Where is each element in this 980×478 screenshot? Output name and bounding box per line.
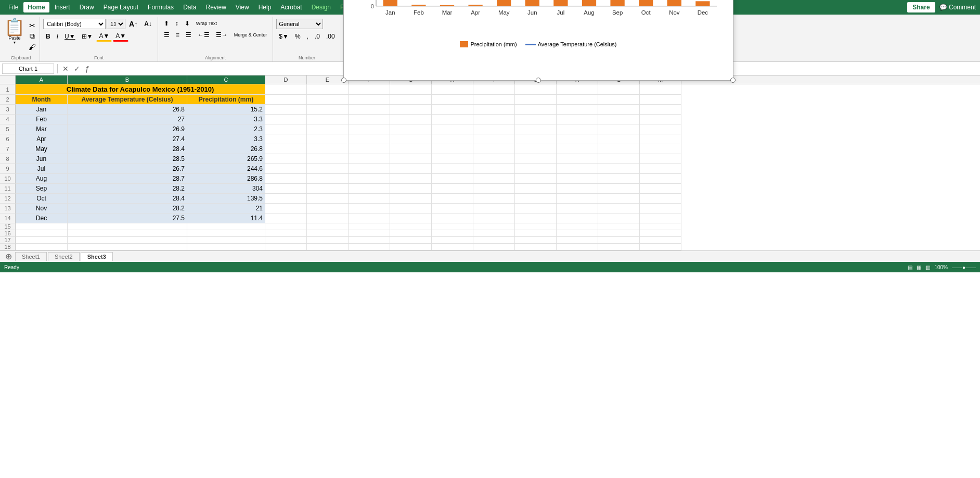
cell-G1[interactable] xyxy=(390,84,432,95)
cell-I3[interactable] xyxy=(473,105,515,115)
cell-I6[interactable] xyxy=(473,134,515,144)
decrease-decimal-button[interactable]: .0 xyxy=(312,32,323,41)
col-header-A[interactable]: A xyxy=(16,76,68,84)
view-normal[interactable]: ▤ xyxy=(908,265,912,270)
cell-B12[interactable]: 28.4 xyxy=(68,194,187,204)
cell-I5[interactable] xyxy=(473,124,515,134)
confirm-formula-icon[interactable]: ✓ xyxy=(72,64,82,73)
cell-B5[interactable]: 26.9 xyxy=(68,124,187,134)
cell-B14[interactable]: 27.5 xyxy=(68,213,187,223)
cell-F18[interactable] xyxy=(349,244,390,250)
sheet-tab-2[interactable]: Sheet2 xyxy=(48,252,80,261)
cell-C16[interactable] xyxy=(187,230,265,237)
cell-A10[interactable]: Aug xyxy=(16,174,68,184)
cell-E9[interactable] xyxy=(307,164,349,174)
cell-L8[interactable] xyxy=(598,154,640,164)
cell-J6[interactable] xyxy=(515,134,557,144)
cell-L9[interactable] xyxy=(598,164,640,174)
cell-E16[interactable] xyxy=(307,230,349,237)
cell-M18[interactable] xyxy=(640,244,681,250)
cell-H17[interactable] xyxy=(432,237,473,244)
cell-M9[interactable] xyxy=(640,164,681,174)
cell-M16[interactable] xyxy=(640,230,681,237)
cell-C5[interactable]: 2.3 xyxy=(187,124,265,134)
cell-F14[interactable] xyxy=(349,213,390,223)
cell-H4[interactable] xyxy=(432,115,473,124)
cell-I14[interactable] xyxy=(473,213,515,223)
cell-A8[interactable]: Jun xyxy=(16,154,68,164)
cell-F10[interactable] xyxy=(349,174,390,184)
cell-L12[interactable] xyxy=(598,194,640,204)
cell-M17[interactable] xyxy=(640,237,681,244)
cell-E13[interactable] xyxy=(307,204,349,213)
sheet-tab-3[interactable]: Sheet3 xyxy=(81,252,113,261)
cell-A3[interactable]: Jan xyxy=(16,105,68,115)
cell-D16[interactable] xyxy=(265,230,307,237)
cell-G15[interactable] xyxy=(390,223,432,230)
cell-I10[interactable] xyxy=(473,174,515,184)
name-box[interactable] xyxy=(2,64,54,74)
fill-color-button[interactable]: A▼ xyxy=(96,31,112,42)
menu-formulas[interactable]: Formulas xyxy=(144,2,178,12)
cell-D3[interactable] xyxy=(265,105,307,115)
col-header-B[interactable]: B xyxy=(68,76,187,84)
cell-G10[interactable] xyxy=(390,174,432,184)
cell-E6[interactable] xyxy=(307,134,349,144)
add-sheet-button[interactable]: ⊕ xyxy=(2,251,15,261)
cell-G17[interactable] xyxy=(390,237,432,244)
cell-L2[interactable] xyxy=(598,95,640,105)
cell-C15[interactable] xyxy=(187,223,265,230)
cell-I7[interactable] xyxy=(473,144,515,154)
cell-D2[interactable] xyxy=(265,95,307,105)
cell-J2[interactable] xyxy=(515,95,557,105)
cell-D15[interactable] xyxy=(265,223,307,230)
cell-J11[interactable] xyxy=(515,184,557,194)
cell-D18[interactable] xyxy=(265,244,307,250)
cell-M3[interactable] xyxy=(640,105,681,115)
menu-design[interactable]: Design xyxy=(307,2,335,12)
paste-dropdown[interactable]: ▼ xyxy=(13,41,17,44)
cell-E17[interactable] xyxy=(307,237,349,244)
cell-M10[interactable] xyxy=(640,174,681,184)
cell-C12[interactable]: 139.5 xyxy=(187,194,265,204)
cell-K3[interactable] xyxy=(557,105,598,115)
cell-L3[interactable] xyxy=(598,105,640,115)
cell-G9[interactable] xyxy=(390,164,432,174)
cell-D10[interactable] xyxy=(265,174,307,184)
cell-C3[interactable]: 15.2 xyxy=(187,105,265,115)
cell-G7[interactable] xyxy=(390,144,432,154)
cell-G5[interactable] xyxy=(390,124,432,134)
cell-F1[interactable] xyxy=(349,84,390,95)
cell-K16[interactable] xyxy=(557,230,598,237)
cell-J3[interactable] xyxy=(515,105,557,115)
align-right-button[interactable]: ☰ xyxy=(183,30,194,40)
cell-C9[interactable]: 244.6 xyxy=(187,164,265,174)
italic-button[interactable]: I xyxy=(54,32,61,41)
cell-L18[interactable] xyxy=(598,244,640,250)
menu-review[interactable]: Review xyxy=(201,2,230,12)
cell-C6[interactable]: 3.3 xyxy=(187,134,265,144)
cell-I9[interactable] xyxy=(473,164,515,174)
cell-E2[interactable] xyxy=(307,95,349,105)
cell-H13[interactable] xyxy=(432,204,473,213)
cell-E11[interactable] xyxy=(307,184,349,194)
cell-J18[interactable] xyxy=(515,244,557,250)
cell-B3[interactable]: 26.8 xyxy=(68,105,187,115)
chart-handle-bl[interactable] xyxy=(341,78,346,83)
cell-F4[interactable] xyxy=(349,115,390,124)
cell-J14[interactable] xyxy=(515,213,557,223)
cell-I12[interactable] xyxy=(473,194,515,204)
cell-A11[interactable]: Sep xyxy=(16,184,68,194)
cell-H11[interactable] xyxy=(432,184,473,194)
cell-E5[interactable] xyxy=(307,124,349,134)
cell-M8[interactable] xyxy=(640,154,681,164)
sheet-tab-1[interactable]: Sheet1 xyxy=(15,252,47,261)
cell-G18[interactable] xyxy=(390,244,432,250)
cell-J9[interactable] xyxy=(515,164,557,174)
cell-D8[interactable] xyxy=(265,154,307,164)
cell-A6[interactable]: Apr xyxy=(16,134,68,144)
cell-I11[interactable] xyxy=(473,184,515,194)
cell-J4[interactable] xyxy=(515,115,557,124)
cell-K8[interactable] xyxy=(557,154,598,164)
cell-K1[interactable] xyxy=(557,84,598,95)
